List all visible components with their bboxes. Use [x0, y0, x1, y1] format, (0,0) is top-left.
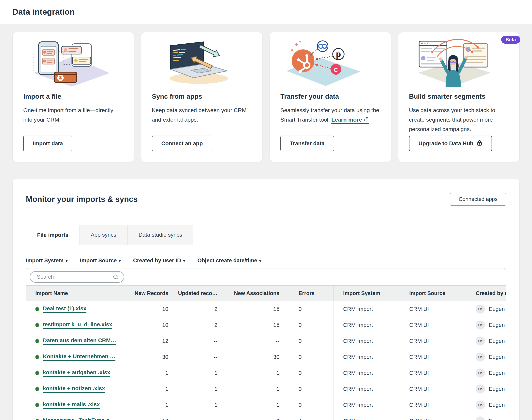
filter-bar: Import System▾ Import Source▾ Created by…: [26, 257, 506, 264]
table-row: kontakte + notizen .xlsx 1 1 1 0 CRM Imp…: [26, 381, 506, 397]
import-system-cell: CRM Import: [334, 317, 399, 333]
created-by-name: Eugen: [489, 386, 505, 392]
new-associations-cell: 30: [227, 349, 289, 365]
import-source-cell: CRM UI: [399, 349, 466, 365]
tab-bar: File imports App syncs Data studio syncs: [26, 225, 506, 245]
import-name-link[interactable]: Kontakte + Unternehmen …: [43, 353, 116, 361]
card-description: One-time import from a file—directly int…: [23, 105, 123, 124]
segments-person-illustration: [409, 39, 500, 87]
column-header-import-system[interactable]: Import System: [334, 285, 399, 301]
errors-cell: 0: [289, 317, 334, 333]
tab-file-imports[interactable]: File imports: [26, 225, 80, 245]
search-input[interactable]: [30, 271, 124, 283]
created-by-name: Eugen: [489, 354, 505, 360]
new-records-cell: 18: [130, 413, 178, 420]
svg-text:p: p: [336, 49, 341, 59]
table-row: kontakte + aufgaben .xlsx 1 1 1 0 CRM Im…: [26, 365, 506, 381]
card-title: Transfer your data: [281, 92, 380, 100]
card-sync-from-apps: Sync from apps Keep data synced between …: [141, 32, 263, 162]
new-records-cell: 12: [130, 333, 178, 349]
new-records-cell: 1: [130, 381, 178, 397]
column-header-new-records[interactable]: New Records: [130, 285, 178, 301]
column-header-import-name[interactable]: Import Name: [26, 285, 130, 301]
tab-data-studio-syncs[interactable]: Data studio syncs: [128, 225, 193, 245]
updated-records-cell: --: [178, 349, 227, 365]
import-file-illustration: [23, 39, 123, 87]
updated-records-cell: 2: [178, 317, 227, 333]
import-source-cell: CRM UI: [399, 397, 466, 413]
external-link-icon: [364, 115, 369, 125]
import-name-link[interactable]: kontakte + notizen .xlsx: [43, 385, 105, 393]
avatar: EK: [476, 417, 485, 420]
table-row: Messename_ TechExpo a… 18 -- 9 4 CRM Imp…: [26, 413, 506, 420]
import-source-cell: CRM UI: [399, 381, 466, 397]
errors-cell: 0: [289, 381, 334, 397]
table-row: testimport k_u_d_line.xlsx 10 2 15 0 CRM…: [26, 317, 506, 333]
import-name-link[interactable]: Messename_ TechExpo a…: [43, 417, 115, 420]
import-name-cell: testimport k_u_d_line.xlsx: [26, 317, 130, 333]
search-icon: [113, 274, 119, 280]
updated-records-cell: 1: [178, 365, 227, 381]
import-name-cell: kontakte + mails .xlsx: [26, 397, 130, 413]
new-records-cell: 10: [130, 301, 178, 317]
import-source-cell: CRM UI: [399, 317, 466, 333]
column-header-import-source[interactable]: Import Source: [399, 285, 466, 301]
transfer-data-button[interactable]: Transfer data: [281, 135, 334, 151]
import-name-link[interactable]: kontakte + aufgaben .xlsx: [43, 369, 110, 377]
filter-import-system[interactable]: Import System▾: [26, 257, 68, 264]
upgrade-to-data-hub-button[interactable]: Upgrade to Data Hub: [409, 135, 492, 151]
created-by-name: Eugen: [489, 370, 505, 376]
updated-records-cell: 1: [178, 381, 227, 397]
import-name-link[interactable]: Deal test (1).xlsx: [43, 305, 87, 313]
column-header-created-by[interactable]: Created by user ID: [466, 285, 506, 301]
card-transfer-your-data: + + p c Transfer: [269, 32, 391, 162]
column-header-errors[interactable]: Errors: [289, 285, 334, 301]
new-records-cell: 1: [130, 365, 178, 381]
card-title: Sync from apps: [152, 92, 252, 100]
created-by-name: Eugen: [489, 322, 505, 328]
new-associations-cell: 9: [227, 413, 289, 420]
page-header: Data integration: [0, 0, 532, 24]
import-source-cell: CRM UI: [399, 333, 466, 349]
table-row: Kontakte + Unternehmen … 30 -- 30 0 CRM …: [26, 349, 506, 365]
created-by-cell: EK Eugen: [466, 333, 506, 349]
created-by-cell: EK Eugen: [466, 317, 506, 333]
imports-table: Import Name New Records Updated reco… Ne…: [26, 268, 506, 420]
status-success-dot-icon: [35, 403, 39, 407]
connected-apps-button[interactable]: Connected apps: [450, 193, 506, 206]
table-row: Daten aus dem alten CRM… 12 -- -- 0 CRM …: [26, 333, 506, 349]
avatar: EK: [476, 369, 485, 377]
learn-more-link[interactable]: Learn more: [331, 117, 369, 124]
column-header-updated-records[interactable]: Updated reco…: [178, 285, 227, 301]
card-description: Keep data synced between your CRM and ex…: [152, 105, 252, 124]
connect-an-app-button[interactable]: Connect an app: [152, 135, 212, 151]
created-by-cell: EK Eugen: [466, 381, 506, 397]
errors-cell: 4: [289, 413, 334, 420]
avatar: EK: [476, 320, 485, 330]
chevron-down-icon: ▾: [119, 258, 121, 263]
import-name-cell: Daten aus dem alten CRM…: [26, 333, 130, 349]
updated-records-cell: --: [178, 413, 227, 420]
monitor-panel: Monitor your imports & syncs Connected a…: [13, 179, 519, 420]
laptop-sync-arrows-illustration: [152, 39, 243, 87]
filter-object-create-datetime[interactable]: Object create date/time▾: [197, 257, 262, 264]
created-by-name: Eugen: [489, 402, 505, 408]
import-name-link[interactable]: Daten aus dem alten CRM…: [43, 337, 116, 345]
crm-transfer-illustration: + + p c: [281, 39, 371, 87]
created-by-name: Eugen: [489, 418, 505, 420]
tab-app-syncs[interactable]: App syncs: [80, 225, 128, 245]
new-records-cell: 10: [130, 317, 178, 333]
updated-records-cell: 1: [178, 397, 227, 413]
column-header-new-associations[interactable]: New Associations: [227, 285, 289, 301]
import-system-cell: CRM Import: [334, 301, 399, 317]
filter-created-by-user-id[interactable]: Created by user ID▾: [133, 257, 185, 264]
errors-cell: 0: [289, 349, 334, 365]
import-name-link[interactable]: kontakte + mails .xlsx: [43, 401, 100, 409]
created-by-cell: EK Eugen: [466, 397, 506, 413]
errors-cell: 0: [289, 397, 334, 413]
import-data-button[interactable]: Import data: [23, 135, 72, 151]
status-success-dot-icon: [35, 355, 39, 359]
filter-import-source[interactable]: Import Source▾: [80, 257, 121, 264]
import-name-link[interactable]: testimport k_u_d_line.xlsx: [43, 321, 112, 329]
import-source-cell: CRM UI: [399, 365, 466, 381]
